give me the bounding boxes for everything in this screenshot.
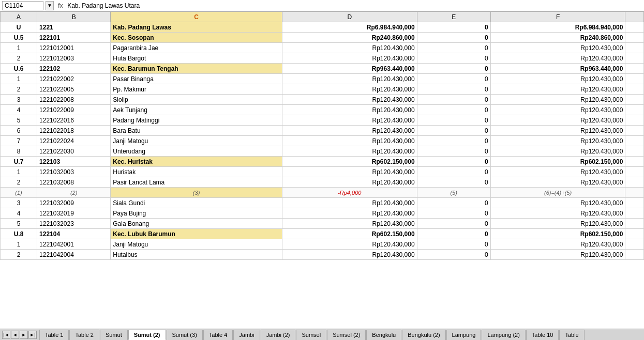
cell-f[interactable]: Rp120.430,000 [490,250,625,260]
cell-f[interactable]: Rp120.430,000 [490,239,625,250]
cell-f[interactable]: Rp6.984.940,000 [490,22,625,33]
cell-a[interactable]: 2 [1,53,37,64]
cell-a[interactable]: U [1,22,37,33]
cell-b[interactable]: 1221012003 [37,53,111,64]
cell-f[interactable]: Rp120.430,000 [490,146,625,157]
cell-e[interactable]: 0 [417,126,490,136]
cell-b[interactable]: 122103 [37,157,111,167]
cell-f[interactable]: Rp120.430,000 [490,126,625,136]
cell-f[interactable]: Rp120.430,000 [490,208,625,219]
col-header-c[interactable]: C [111,12,282,22]
cell-a[interactable]: U.5 [1,33,37,43]
cell-b[interactable]: (2) [37,188,111,198]
sheet-tab-table-2[interactable]: Table 2 [69,330,99,340]
cell-f[interactable]: Rp120.430,000 [490,167,625,177]
sheet-tab-bengkulu-2[interactable]: Bengkulu (2) [402,330,445,340]
cell-d[interactable]: Rp120.430,000 [282,219,417,229]
cell-b[interactable]: 1221022009 [37,105,111,115]
cell-e[interactable]: 0 [417,33,490,43]
cell-d[interactable]: Rp120.430,000 [282,105,417,115]
cell-e[interactable]: 0 [417,239,490,250]
sheet-tab-sumut-3[interactable]: Sumut (3) [167,330,203,340]
table-row[interactable]: U.8122104Kec. Lubuk BarumunRp602.150,000… [1,229,644,239]
cell-b[interactable]: 122104 [37,229,111,239]
cell-f[interactable]: Rp120.430,000 [490,105,625,115]
cell-e[interactable]: 0 [417,136,490,146]
cell-d[interactable]: -Rp4,000 [282,188,417,198]
cell-a[interactable]: 5 [1,115,37,126]
table-row[interactable]: 21221022005Pp. MakmurRp120.430,0000Rp120… [1,84,644,95]
cell-d[interactable]: Rp120.430,000 [282,239,417,250]
col-header-f[interactable]: F [490,12,625,22]
cell-a[interactable]: U.8 [1,229,37,239]
table-row[interactable]: U1221Kab. Padang LawasRp6.984.940,0000Rp… [1,22,644,33]
expand-button[interactable]: ▼ [46,1,54,10]
cell-d[interactable]: Rp602.150,000 [282,229,417,239]
cell-c[interactable]: Kab. Padang Lawas [111,22,282,33]
formula-input[interactable] [67,2,642,9]
cell-c[interactable]: Janji Matogu [111,239,282,250]
cell-a[interactable]: 3 [1,198,37,208]
cell-c[interactable]: Kec. Lubuk Barumun [111,229,282,239]
cell-f[interactable]: Rp120.430,000 [490,74,625,84]
cell-e[interactable]: 0 [417,95,490,105]
cell-c[interactable]: Pp. Makmur [111,84,282,95]
cell-a[interactable]: 4 [1,105,37,115]
cell-f[interactable]: Rp602.150,000 [490,157,625,167]
sheet-tab-lampung-2[interactable]: Lampung (2) [482,330,525,340]
cell-f[interactable]: Rp120.430,000 [490,219,625,229]
cell-e[interactable]: 0 [417,64,490,74]
cell-e[interactable]: 0 [417,229,490,239]
cell-c[interactable]: Bara Batu [111,126,282,136]
cell-f[interactable]: Rp120.430,000 [490,177,625,188]
cell-d[interactable]: Rp120.430,000 [282,126,417,136]
cell-c[interactable]: (3) [111,188,282,198]
cell-a[interactable]: 7 [1,136,37,146]
table-row[interactable]: U.6122102Kec. Barumun TengahRp963.440,00… [1,64,644,74]
cell-reference-input[interactable] [2,1,43,10]
cell-e[interactable]: 0 [417,115,490,126]
col-header-e[interactable]: E [417,12,490,22]
cell-d[interactable]: Rp120.430,000 [282,43,417,53]
table-row[interactable]: 31221032009Siala GundiRp120.430,0000Rp12… [1,198,644,208]
cell-b[interactable]: 1221032023 [37,219,111,229]
cell-d[interactable]: Rp120.430,000 [282,115,417,126]
cell-b[interactable]: 1221032003 [37,167,111,177]
cell-a[interactable]: 8 [1,146,37,157]
cell-b[interactable]: 1221 [37,22,111,33]
cell-d[interactable]: Rp120.430,000 [282,74,417,84]
cell-c[interactable]: Huta Bargot [111,53,282,64]
cell-c[interactable]: Pasar Binanga [111,74,282,84]
cell-e[interactable]: 0 [417,43,490,53]
table-row[interactable]: 11221022002Pasar BinangaRp120.430,0000Rp… [1,74,644,84]
cell-d[interactable]: Rp120.430,000 [282,136,417,146]
tab-prev-btn[interactable]: ◄ [11,331,19,339]
cell-a[interactable]: 2 [1,250,37,260]
table-row[interactable]: 31221022008SiolipRp120.430,0000Rp120.430… [1,95,644,105]
cell-f[interactable]: Rp120.430,000 [490,43,625,53]
table-row[interactable]: U.5122101Kec. SosopanRp240.860,0000Rp240… [1,33,644,43]
table-row[interactable]: 11221042001Janji MatoguRp120.430,0000Rp1… [1,239,644,250]
cell-c[interactable]: Gala Bonang [111,219,282,229]
cell-b[interactable]: 1221042001 [37,239,111,250]
table-row[interactable]: 41221032019Paya BujingRp120.430,0000Rp12… [1,208,644,219]
sheet-tab-sumut[interactable]: Sumut [100,330,128,340]
cell-f[interactable]: (6)=(4)+(5) [490,188,625,198]
cell-e[interactable]: 0 [417,22,490,33]
table-row[interactable]: 41221022009Aek TunjangRp120.430,0000Rp12… [1,105,644,115]
cell-e[interactable]: 0 [417,177,490,188]
cell-b[interactable]: 1221022005 [37,84,111,95]
cell-c[interactable]: Unterudang [111,146,282,157]
cell-d[interactable]: Rp963.440,000 [282,64,417,74]
table-row[interactable]: 11221032003HuristakRp120.430,0000Rp120.4… [1,167,644,177]
cell-a[interactable]: U.6 [1,64,37,74]
cell-c[interactable]: Siala Gundi [111,198,282,208]
sheet-tab-sumsel-2[interactable]: Sumsel (2) [327,330,366,340]
cell-c[interactable]: Kec. Huristak [111,157,282,167]
cell-e[interactable]: 0 [417,146,490,157]
cell-c[interactable]: Kec. Sosopan [111,33,282,43]
cell-d[interactable]: Rp120.430,000 [282,250,417,260]
sheet-tab-sumut-2[interactable]: Sumut (2) [128,330,166,340]
cell-f[interactable]: Rp602.150,000 [490,229,625,239]
cell-e[interactable]: 0 [417,157,490,167]
